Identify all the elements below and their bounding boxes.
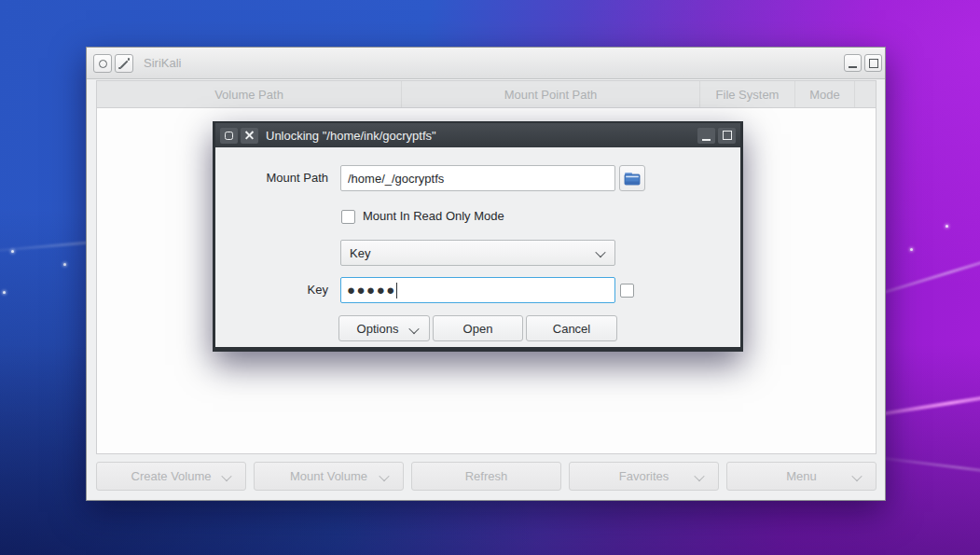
- window-app-menu-button[interactable]: [93, 54, 112, 73]
- chevron-down-icon: [379, 471, 389, 481]
- volume-table-header: Volume Path Mount Point Path File System…: [97, 81, 876, 108]
- desktop-wallpaper: SiriKali Volume Path Mount Point Path Fi…: [0, 0, 980, 555]
- app-icon: [99, 60, 107, 68]
- wallpaper-sparkle: [945, 225, 948, 228]
- mount-volume-label: Mount Volume: [290, 469, 367, 483]
- maximize-button[interactable]: [864, 54, 882, 72]
- dialog-maximize-button[interactable]: [718, 128, 736, 144]
- wallpaper-sparkle: [3, 291, 6, 294]
- chevron-down-icon: [851, 471, 862, 481]
- dialog-close-button[interactable]: [241, 128, 258, 144]
- cancel-label: Cancel: [553, 322, 590, 336]
- menu-label: Menu: [786, 469, 817, 483]
- password-dots: ●●●●●: [347, 278, 396, 302]
- menu-button[interactable]: Menu: [726, 462, 876, 491]
- wallpaper-sparkle: [11, 250, 14, 253]
- column-header-mode[interactable]: Mode: [795, 81, 855, 107]
- maximize-icon: [723, 131, 732, 140]
- unlock-dialog: Unlocking "/home/ink/gocryptfs" Mount Pa…: [213, 121, 743, 352]
- chevron-down-icon: [694, 471, 704, 481]
- dialog-button-row: Options Open Cancel: [338, 315, 617, 341]
- minimize-icon: [849, 66, 857, 68]
- read-only-label: Mount In Read Only Mode: [363, 204, 504, 229]
- key-label: Key: [242, 277, 328, 303]
- create-volume-label: Create Volume: [131, 469, 212, 483]
- bottom-toolbar: Create Volume Mount Volume Refresh Favor…: [96, 462, 876, 491]
- key-type-select[interactable]: Key: [340, 240, 615, 266]
- maximize-icon: [869, 59, 878, 68]
- chevron-down-icon: [595, 247, 605, 257]
- wallpaper-sparkle: [910, 248, 913, 251]
- column-header-filler: [855, 81, 876, 107]
- close-icon: [244, 131, 255, 141]
- main-window-titlebar[interactable]: SiriKali: [87, 48, 885, 79]
- refresh-label: Refresh: [465, 469, 508, 483]
- dialog-body: Mount Path Mount In Read Only Mode Key K…: [215, 147, 740, 347]
- mount-volume-button[interactable]: Mount Volume: [254, 462, 404, 491]
- read-only-checkbox[interactable]: [341, 210, 355, 224]
- text-cursor: [396, 283, 398, 298]
- column-header-volume-path[interactable]: Volume Path: [97, 81, 402, 107]
- mount-path-label: Mount Path: [242, 165, 328, 191]
- column-header-mount-point-path[interactable]: Mount Point Path: [402, 81, 700, 107]
- create-volume-button[interactable]: Create Volume: [96, 462, 246, 491]
- favorites-button[interactable]: Favorites: [569, 462, 719, 491]
- key-type-selected-value: Key: [350, 246, 370, 260]
- shade-icon: [118, 58, 130, 69]
- wallpaper-sparkle: [63, 263, 66, 266]
- open-button[interactable]: Open: [433, 315, 523, 341]
- mount-path-input[interactable]: [340, 165, 615, 191]
- minimize-button[interactable]: [844, 54, 862, 72]
- dialog-titlebar[interactable]: Unlocking "/home/ink/gocryptfs": [215, 123, 740, 147]
- chevron-down-icon: [221, 471, 231, 481]
- cancel-button[interactable]: Cancel: [526, 315, 617, 341]
- browse-folder-button[interactable]: [619, 165, 645, 191]
- dialog-title: Unlocking "/home/ink/gocryptfs": [266, 129, 436, 143]
- chevron-down-icon: [408, 324, 419, 334]
- favorites-label: Favorites: [619, 469, 669, 483]
- open-label: Open: [463, 322, 493, 336]
- dialog-app-menu-button[interactable]: [220, 128, 238, 144]
- refresh-button[interactable]: Refresh: [411, 462, 561, 491]
- key-password-input[interactable]: ●●●●●: [340, 277, 615, 303]
- window-shade-button[interactable]: [115, 54, 133, 73]
- show-password-checkbox[interactable]: [620, 284, 634, 298]
- app-icon: [225, 132, 233, 140]
- column-header-file-system[interactable]: File System: [700, 81, 795, 107]
- window-title: SiriKali: [144, 48, 181, 79]
- folder-icon: [624, 172, 641, 186]
- minimize-icon: [702, 139, 711, 141]
- options-label: Options: [357, 322, 399, 336]
- options-button[interactable]: Options: [338, 315, 430, 341]
- dialog-minimize-button[interactable]: [697, 128, 715, 144]
